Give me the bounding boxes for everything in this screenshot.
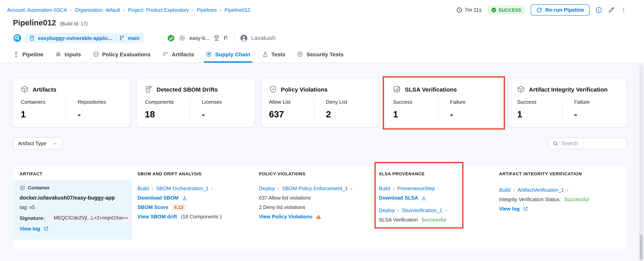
- metric-value: -: [450, 109, 495, 120]
- breadcrumb-separator: ›: [192, 7, 194, 13]
- flask-icon: [262, 51, 268, 57]
- repo-branch-pill[interactable]: easybuggy-vulnerable-applic... main: [24, 33, 144, 43]
- breadcrumb-separator: ›: [123, 7, 125, 13]
- artifact-type-chip: Container: [20, 185, 126, 191]
- triggered-by-user: Lavakush: [240, 34, 276, 42]
- card-title: Artifact Integrity Verification: [529, 86, 608, 93]
- tab-tests[interactable]: Tests: [262, 51, 285, 63]
- metric-label: Deny List: [326, 99, 371, 105]
- slsa-verification-label: SLSA Verification: [379, 217, 418, 223]
- page-title: Pipeline012: [13, 18, 56, 27]
- tab-supply-chain[interactable]: Supply Chain: [206, 51, 250, 63]
- sbom-cell: Build › SBOM Orchestration_1 › Download …: [132, 180, 253, 240]
- card-artifact-integrity: Artifact Integrity Verification Success1…: [509, 79, 627, 127]
- card-title: SLSA Verifications: [405, 86, 457, 93]
- slsa-build-stage-link[interactable]: Build: [379, 186, 390, 191]
- pencil-icon: [608, 7, 614, 13]
- summary-cards: Artifacts Containers1 Repositories- Dete…: [13, 79, 627, 127]
- download-sbom-link[interactable]: Download SBOM: [138, 195, 187, 201]
- slsa-deploy-stage-link[interactable]: Deploy: [379, 207, 395, 213]
- card-title: Detected SBOM Drifts: [157, 86, 218, 93]
- external-link-icon: [523, 206, 528, 211]
- execution-tabs: Pipeline Inputs Policy Evaluations Artif…: [13, 51, 344, 63]
- metric-value: -: [574, 109, 619, 120]
- edit-pipeline-button[interactable]: [608, 7, 614, 13]
- cube-icon: [517, 85, 525, 93]
- provenance-step-link[interactable]: ProvenanceStep: [398, 186, 435, 191]
- sbom-score-badge: 6.13: [172, 204, 186, 211]
- integrity-stage-link[interactable]: Build: [499, 187, 510, 193]
- repo-name: easybuggy-vulnerable-applic...: [38, 35, 112, 41]
- metric-value: 1: [393, 109, 438, 120]
- metric-label: Containers: [21, 99, 66, 105]
- clock-icon: [456, 7, 462, 13]
- breadcrumb-separator: ›: [220, 7, 221, 13]
- artifact-type-dropdown[interactable]: Artifact Type: [13, 137, 62, 149]
- kebab-menu-icon: [620, 7, 627, 13]
- metric-value: -: [202, 109, 246, 120]
- column-header-integrity: ARTIFACT INTEGRITY VERIFICATION: [493, 171, 627, 176]
- download-slsa-link[interactable]: Download SLSA: [379, 195, 427, 201]
- sbom-stage-link[interactable]: Build: [138, 186, 149, 191]
- policy-step-link[interactable]: SBOM Policy Enforcement_1: [282, 186, 348, 191]
- environment-icon: [213, 34, 220, 41]
- breadcrumb: Account: Automation-SSCA › Organization:…: [7, 7, 250, 13]
- view-policy-violations-link[interactable]: View Policy Violations: [259, 214, 321, 220]
- policy-stage-link[interactable]: Deploy: [259, 186, 275, 191]
- sbom-document-icon: [145, 85, 153, 93]
- branch-name: main: [128, 35, 140, 41]
- service-environment-meta: easy-b... P.: [167, 34, 228, 42]
- slsa-verification-step-link[interactable]: SlsaVerification_1: [402, 207, 442, 213]
- card-title: Policy Violations: [281, 86, 328, 93]
- tab-security-tests[interactable]: Security Tests: [297, 51, 343, 63]
- sbom-score-link[interactable]: SBOM Score: [138, 204, 168, 210]
- tab-inputs[interactable]: Inputs: [55, 51, 81, 63]
- artifact-image-name: docker.io/lavakush07/easy-buggy-app: [20, 195, 126, 201]
- view-log-link[interactable]: View log: [499, 206, 528, 212]
- avatar-icon: [240, 34, 248, 42]
- view-log-link[interactable]: View log: [20, 226, 48, 232]
- breadcrumb-organization[interactable]: Organization: default: [75, 7, 120, 13]
- info-icon: [596, 7, 602, 13]
- check-circle-icon: [491, 7, 496, 12]
- tab-pipeline[interactable]: Pipeline: [13, 51, 43, 63]
- download-icon: [182, 195, 187, 201]
- metric-value: -: [78, 109, 122, 120]
- metric-value: 1: [21, 109, 66, 120]
- tab-policy-evaluations[interactable]: Policy Evaluations: [93, 51, 150, 63]
- metric-value: 18: [145, 109, 190, 120]
- artifact-verification-step-link[interactable]: ArtifactVerification_1: [518, 187, 564, 193]
- metric-label: Success: [517, 99, 562, 105]
- search-input[interactable]: [561, 140, 622, 146]
- shield-check-icon: [269, 85, 277, 93]
- repository-icon: [29, 35, 35, 41]
- more-options-button[interactable]: [620, 7, 627, 13]
- rerun-pipeline-button[interactable]: Re-run Pipeline: [531, 4, 590, 16]
- status-badge: SUCCESS: [488, 5, 525, 14]
- card-policy-violations: Policy Violations Allow List637 Deny Lis…: [261, 79, 378, 127]
- search-box: [548, 138, 627, 149]
- metric-label: Failure: [574, 99, 619, 105]
- execution-info-button[interactable]: [596, 7, 602, 13]
- slsa-icon: [393, 85, 401, 93]
- table-header-row: ARTIFACT SBOM AND DRIFT ANALYSIS POLICY …: [13, 167, 627, 176]
- sbom-step-link[interactable]: SBOM Orchestration_1: [156, 186, 209, 191]
- supply-chain-icon: [206, 51, 212, 57]
- shield-check-icon: [93, 51, 99, 57]
- pipeline-execution-page: Account: Automation-SSCA › Organization:…: [0, 0, 644, 261]
- breadcrumb-account[interactable]: Account: Automation-SSCA: [7, 7, 67, 13]
- supply-chain-content: Artifacts Containers1 Repositories- Dete…: [0, 79, 644, 261]
- service-gear-icon: [179, 34, 186, 41]
- breadcrumb-pipeline012[interactable]: Pipeline012: [225, 7, 250, 13]
- breadcrumb-project[interactable]: Project: Product Exploratory: [128, 7, 189, 13]
- vertical-scrollbar[interactable]: [639, 65, 643, 261]
- top-bar: Account: Automation-SSCA › Organization:…: [0, 0, 644, 63]
- view-sbom-drift-link[interactable]: View SBOM drift: [138, 214, 177, 220]
- breadcrumb-pipelines[interactable]: Pipelines: [197, 7, 217, 13]
- card-artifacts: Artifacts Containers1 Repositories-: [13, 79, 130, 127]
- artifacts-table: ARTIFACT SBOM AND DRIFT ANALYSIS POLICY …: [13, 167, 627, 249]
- artifact-list-icon: [162, 51, 169, 57]
- scrollbar-thumb[interactable]: [640, 235, 643, 260]
- tab-artifacts[interactable]: Artifacts: [162, 51, 194, 63]
- service-name: easy-b...: [190, 35, 210, 41]
